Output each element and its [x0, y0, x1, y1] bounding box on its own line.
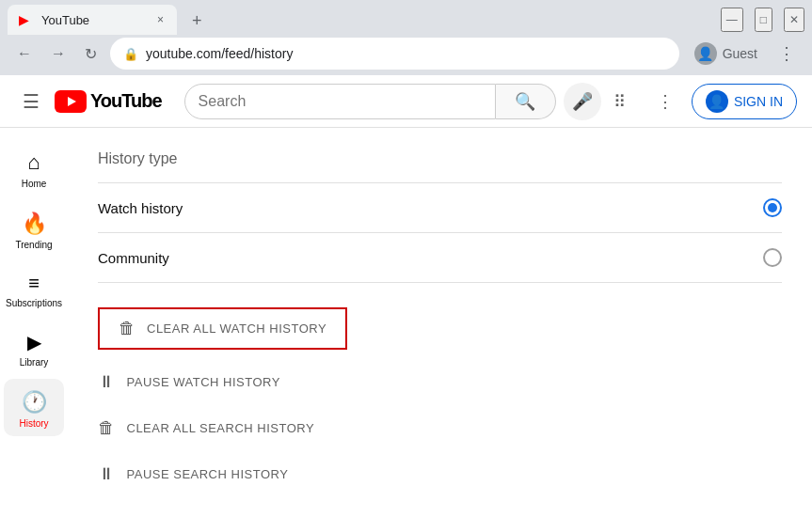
sidebar-label-home: Home: [22, 179, 47, 189]
sidebar: ⌂ Home 🔥 Trending ≡ Subscriptions ▶ Libr…: [0, 128, 68, 517]
trash-icon-watch: 🗑: [119, 319, 135, 338]
search-container: 🔍 🎤: [184, 83, 601, 120]
browser-more-button[interactable]: ⋮: [772, 39, 801, 68]
sign-in-button[interactable]: 👤 SIGN IN: [692, 84, 797, 119]
youtube-header: ☰ YouTube 🔍 🎤 ⠿ ⋮: [0, 75, 812, 128]
sign-in-person-icon: 👤: [706, 90, 728, 113]
lock-icon: 🔒: [123, 47, 138, 61]
watch-history-option[interactable]: Watch history: [98, 183, 782, 232]
library-icon: ▶: [27, 331, 41, 353]
home-icon: ⌂: [27, 150, 40, 175]
pause-watch-history-label: PAUSE WATCH HISTORY: [127, 375, 280, 389]
youtube-logo-icon: [55, 90, 87, 113]
back-button[interactable]: ←: [11, 41, 38, 66]
clear-search-history-button[interactable]: 🗑 CLEAR ALL SEARCH HISTORY: [98, 405, 782, 451]
community-option[interactable]: Community: [98, 233, 782, 282]
section-title: History type: [98, 150, 782, 167]
tab-favicon: ▶: [19, 12, 34, 27]
sidebar-item-subscriptions[interactable]: ≡ Subscriptions: [4, 261, 64, 316]
search-input-wrap[interactable]: [184, 84, 496, 119]
community-radio[interactable]: [763, 248, 782, 267]
youtube-logo-text: YouTube: [90, 90, 162, 112]
search-input[interactable]: [199, 93, 482, 110]
sidebar-label-history: History: [19, 418, 48, 429]
guest-avatar: 👤: [694, 42, 717, 65]
sidebar-item-history[interactable]: 🕐 History: [4, 379, 64, 436]
sign-in-label: SIGN IN: [734, 94, 783, 109]
address-bar[interactable]: 🔒 youtube.com/feed/history: [110, 38, 679, 70]
tab-title: YouTube: [41, 13, 148, 27]
pause-watch-history-button[interactable]: ⏸ PAUSE WATCH HISTORY: [98, 359, 782, 405]
forward-button[interactable]: →: [45, 41, 72, 66]
sidebar-item-home[interactable]: ⌂ Home: [4, 139, 64, 196]
youtube-app: ☰ YouTube 🔍 🎤 ⠿ ⋮: [0, 75, 812, 517]
mic-icon: 🎤: [572, 91, 593, 112]
browser-chrome: ▶ YouTube × + — □ ✕ ← → ↻ 🔒 youtube.com/…: [0, 0, 812, 75]
more-icon: ⋮: [657, 91, 674, 112]
maximize-button[interactable]: □: [755, 8, 772, 32]
trash-icon-search: 🗑: [98, 418, 116, 438]
window-controls: — □ ✕: [721, 8, 804, 32]
pause-search-history-button[interactable]: ⏸ PAUSE SEARCH HISTORY: [98, 451, 782, 497]
youtube-body: ⌂ Home 🔥 Trending ≡ Subscriptions ▶ Libr…: [0, 128, 812, 517]
pause-icon-watch: ⏸: [98, 372, 116, 392]
clear-watch-history-row: 🗑 CLEAR ALL WATCH HISTORY: [98, 298, 782, 359]
pause-icon-search: ⏸: [98, 464, 116, 484]
sidebar-item-trending[interactable]: 🔥 Trending: [4, 200, 64, 258]
close-window-button[interactable]: ✕: [784, 8, 804, 32]
sidebar-label-library: Library: [20, 357, 49, 368]
trending-icon: 🔥: [22, 212, 47, 236]
address-bar-row: ← → ↻ 🔒 youtube.com/feed/history 👤 Guest…: [0, 34, 812, 75]
subscriptions-icon: ≡: [28, 273, 40, 294]
refresh-button[interactable]: ↻: [79, 41, 103, 67]
search-button[interactable]: 🔍: [496, 84, 556, 119]
guest-label: Guest: [723, 46, 757, 61]
community-label: Community: [98, 250, 169, 266]
clear-search-history-label: CLEAR ALL SEARCH HISTORY: [127, 421, 315, 435]
youtube-logo[interactable]: YouTube: [55, 90, 162, 113]
history-icon: 🕐: [22, 390, 47, 415]
main-content: History type Watch history Community 🗑: [68, 128, 812, 517]
watch-history-label: Watch history: [98, 200, 183, 216]
minimize-button[interactable]: —: [721, 8, 743, 32]
search-icon: 🔍: [515, 91, 535, 112]
tab-area: ▶ YouTube × +: [8, 5, 210, 35]
title-bar: ▶ YouTube × + — □ ✕: [0, 0, 812, 34]
sidebar-label-subscriptions: Subscriptions: [6, 298, 62, 308]
mic-button[interactable]: 🎤: [564, 83, 601, 120]
divider-bottom: [98, 282, 782, 283]
clear-watch-history-button[interactable]: 🗑 CLEAR ALL WATCH HISTORY: [98, 307, 347, 350]
pause-search-history-label: PAUSE SEARCH HISTORY: [127, 467, 289, 481]
url-text: youtube.com/feed/history: [146, 46, 293, 61]
new-tab-button[interactable]: +: [184, 8, 210, 35]
tab-close-button[interactable]: ×: [155, 11, 166, 28]
sidebar-label-trending: Trending: [15, 240, 52, 250]
clear-watch-history-label: CLEAR ALL WATCH HISTORY: [147, 321, 326, 336]
action-list: 🗑 CLEAR ALL WATCH HISTORY ⏸ PAUSE WATCH …: [98, 298, 782, 497]
guest-account-button[interactable]: 👤 Guest: [687, 39, 765, 69]
sidebar-item-library[interactable]: ▶ Library: [4, 320, 64, 375]
hamburger-menu-button[interactable]: ☰: [15, 83, 47, 120]
header-more-button[interactable]: ⋮: [646, 83, 684, 120]
apps-button[interactable]: ⠿: [601, 83, 639, 120]
apps-icon: ⠿: [613, 91, 626, 112]
watch-history-radio[interactable]: [763, 198, 782, 217]
active-tab[interactable]: ▶ YouTube ×: [8, 5, 177, 35]
header-right: ⠿ ⋮ 👤 SIGN IN: [601, 83, 797, 120]
